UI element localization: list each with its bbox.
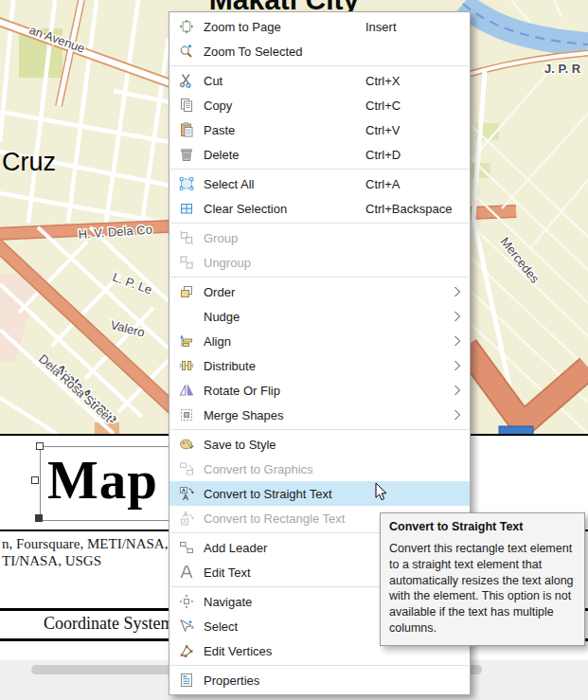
select-icon [169, 619, 204, 634]
edit-text-icon [169, 565, 204, 580]
submenu-chevron-icon [454, 385, 461, 399]
copy-icon [169, 98, 204, 113]
menu-item-label: Zoom to Page [204, 20, 281, 34]
menu-separator [170, 429, 469, 430]
submenu-chevron-icon [454, 360, 461, 374]
menu-item-label: Convert to Rectangle Text [204, 512, 345, 526]
tooltip-body: Convert this rectangle text element to a… [389, 541, 576, 637]
menu-item-label: Delete [204, 148, 240, 162]
menu-item-label: Convert to Graphics [204, 462, 313, 476]
menu-item-shortcut: Ctrl+V [365, 123, 400, 137]
menu-item-convert-to-straight-text[interactable]: Convert to Straight Text [169, 481, 470, 506]
menu-item-shortcut: Ctrl+Backspace [365, 202, 452, 216]
menu-separator [170, 277, 469, 278]
menu-item-label: Rotate Or Flip [204, 384, 280, 398]
zoom-to-page-icon [169, 19, 204, 34]
properties-icon [169, 673, 204, 688]
coordinate-system-label: Coordinate System [44, 614, 174, 634]
selection-handle-top-left[interactable] [36, 442, 44, 450]
menu-item-label: Nudge [204, 310, 240, 324]
menu-separator [170, 169, 469, 170]
convert-to-rectangle-text-icon [169, 511, 204, 526]
menu-item-label: Properties [204, 673, 259, 688]
road-label: J. P. R [544, 62, 581, 76]
mouse-cursor-icon [375, 482, 388, 505]
convert-to-graphics-icon [169, 461, 204, 476]
distribute-icon [169, 358, 204, 373]
menu-item-order[interactable]: Order [169, 279, 470, 304]
menu-item-cut[interactable]: Cut Ctrl+X [169, 68, 470, 93]
menu-item-rotate-or-flip[interactable]: Rotate Or Flip [169, 378, 470, 403]
menu-item-label: Save to Style [204, 438, 276, 452]
align-icon [169, 333, 204, 349]
menu-item-label: Ungroup [204, 256, 251, 270]
menu-item-convert-to-graphics[interactable]: Convert to Graphics [169, 457, 470, 481]
paste-icon [169, 122, 204, 137]
attribution-line: n, Foursquare, METI/NASA, [2, 536, 168, 552]
menu-item-save-to-style[interactable]: Save to Style [169, 432, 470, 457]
menu-item-zoom-to-page[interactable]: Zoom to Page Insert [169, 14, 470, 39]
menu-item-label: Distribute [204, 359, 256, 373]
menu-item-label: Paste [204, 123, 235, 137]
menu-item-shortcut: Ctrl+X [365, 74, 400, 88]
menu-separator [170, 65, 469, 66]
menu-item-label: Clear Selection [204, 202, 287, 216]
menu-item-distribute[interactable]: Distribute [169, 353, 470, 378]
attribution-line: TI/NASA, USGS [2, 553, 101, 569]
submenu-chevron-icon [454, 335, 461, 350]
menu-item-align[interactable]: Align [169, 329, 470, 353]
menu-separator [170, 665, 469, 666]
ungroup-icon [169, 255, 204, 270]
submenu-chevron-icon [454, 311, 461, 325]
menu-item-shortcut: Insert [365, 20, 397, 34]
merge-shapes-icon [169, 407, 204, 422]
menu-item-label: Cut [204, 74, 223, 88]
menu-item-label: Navigate [204, 595, 252, 609]
menu-separator [170, 223, 469, 224]
cut-icon [169, 73, 204, 88]
menu-item-select-all[interactable]: Select All Ctrl+A [169, 171, 470, 196]
rotate-or-flip-icon [169, 383, 204, 398]
menu-item-label: Zoom To Selected [204, 45, 303, 59]
order-icon [169, 284, 204, 299]
navigate-icon [169, 594, 204, 609]
menu-item-label: Group [204, 231, 238, 245]
selection-handle-bottom-left[interactable] [35, 514, 43, 522]
save-to-style-icon [169, 437, 204, 452]
selection-box [40, 446, 169, 521]
scalebar-segment [499, 426, 533, 434]
menu-item-shortcut: Ctrl+A [365, 177, 400, 191]
clear-selection-icon [169, 201, 204, 216]
add-leader-icon [169, 540, 204, 555]
convert-to-straight-text-icon [169, 486, 204, 501]
menu-item-label: Edit Text [204, 565, 251, 580]
menu-item-delete[interactable]: Delete Ctrl+D [169, 142, 470, 167]
submenu-chevron-icon [454, 286, 461, 300]
menu-item-merge-shapes[interactable]: Merge Shapes [169, 403, 470, 427]
tooltip: Convert to Straight Text Convert this re… [380, 512, 585, 646]
menu-item-nudge[interactable]: Nudge [169, 304, 470, 329]
menu-item-paste[interactable]: Paste Ctrl+V [169, 117, 470, 142]
menu-item-copy[interactable]: Copy Ctrl+C [169, 93, 470, 117]
menu-item-clear-selection[interactable]: Clear Selection Ctrl+Backspace [169, 196, 470, 221]
group-icon [169, 230, 204, 245]
menu-item-label: Edit Vertices [204, 644, 272, 658]
submenu-chevron-icon [454, 409, 461, 423]
menu-item-label: Align [204, 334, 231, 349]
menu-item-label: Order [204, 285, 235, 299]
menu-item-properties[interactable]: Properties [169, 668, 470, 692]
menu-item-group[interactable]: Group [169, 225, 470, 250]
menu-item-shortcut: Ctrl+C [365, 99, 401, 113]
menu-item-label: Copy [204, 99, 232, 113]
menu-item-label: Select [204, 619, 238, 634]
menu-item-zoom-to-selected[interactable]: Zoom To Selected [169, 39, 470, 63]
delete-icon [169, 147, 204, 162]
menu-item-ungroup[interactable]: Ungroup [169, 250, 470, 275]
menu-item-shortcut: Ctrl+D [365, 148, 401, 162]
place-label: Cruz [2, 148, 56, 176]
selection-handle-mid-left[interactable] [31, 476, 39, 484]
menu-item-label: Select All [204, 177, 254, 191]
menu-item-label: Merge Shapes [204, 408, 284, 422]
menu-item-label: Convert to Straight Text [204, 487, 332, 501]
menu-item-label: Add Leader [204, 541, 267, 555]
